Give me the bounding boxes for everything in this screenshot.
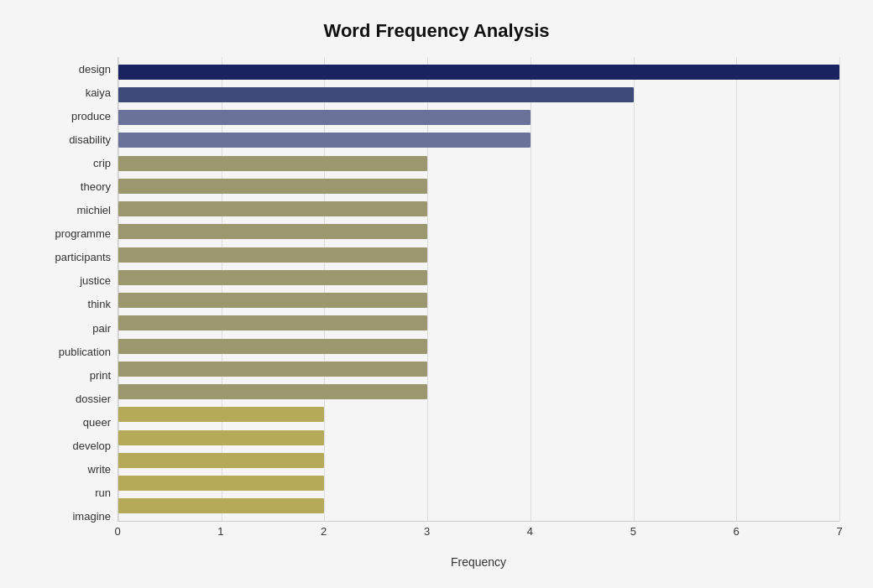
x-tick: 4 (527, 525, 533, 538)
grid-line (839, 57, 840, 521)
y-label: programme (55, 223, 111, 245)
y-labels: designkaiyaproducedisabilitycriptheorymi… (34, 57, 118, 552)
y-label: disability (69, 128, 111, 150)
x-tick: 6 (734, 525, 740, 538)
y-label: michiel (77, 200, 111, 221)
chart-area: designkaiyaproducedisabilitycriptheorymi… (34, 57, 839, 552)
bar-row (118, 337, 839, 356)
x-tick: 2 (321, 525, 327, 538)
bar-row (118, 382, 839, 401)
x-axis-label: Frequency (118, 555, 839, 569)
bar-row (118, 131, 839, 149)
bar (118, 156, 427, 171)
bar (118, 293, 427, 308)
y-label: justice (80, 270, 111, 292)
bar (118, 133, 531, 148)
bar (118, 179, 427, 194)
y-label: think (88, 294, 111, 315)
bar (118, 362, 427, 377)
x-tick: 1 (217, 525, 223, 538)
bar-row (118, 177, 839, 195)
y-label: develop (72, 435, 111, 457)
y-label: kaiya (86, 81, 111, 103)
x-tick: 3 (424, 525, 430, 538)
x-axis: Frequency 01234567 (118, 522, 839, 552)
y-label: dossier (76, 388, 111, 409)
bar (118, 384, 427, 399)
bar (118, 270, 427, 285)
bar-row (118, 497, 839, 515)
x-tick: 5 (630, 525, 636, 538)
bar-row (118, 268, 839, 287)
bar-row (118, 314, 839, 332)
y-label: queer (83, 411, 111, 433)
bar-row (118, 200, 839, 218)
bar (118, 339, 427, 354)
bar (118, 315, 427, 330)
x-tick: 7 (836, 525, 842, 538)
bar (118, 453, 324, 468)
bar (118, 430, 324, 445)
bar-row (118, 474, 839, 492)
bar-row (118, 154, 839, 173)
bar (118, 476, 324, 491)
bar (118, 201, 427, 216)
y-label: run (95, 482, 111, 504)
bar-row (118, 429, 839, 447)
bar (118, 224, 427, 239)
y-label: crip (93, 152, 111, 174)
bars-wrapper (118, 57, 839, 521)
bar-row (118, 360, 839, 378)
bar (118, 110, 531, 125)
bar-row (118, 222, 839, 241)
bar (118, 87, 634, 102)
y-label: pair (92, 317, 111, 339)
bar-row (118, 246, 839, 264)
bar-row (118, 108, 839, 127)
y-label: produce (71, 105, 111, 127)
y-label: print (90, 364, 111, 386)
bar (118, 407, 324, 422)
bar (118, 247, 427, 263)
bar (118, 65, 839, 80)
y-label: publication (59, 341, 111, 362)
chart-container: Word Frequency Analysis designkaiyaprodu… (0, 0, 873, 588)
bar (118, 498, 324, 513)
bar-row (118, 63, 839, 81)
y-label: theory (81, 176, 111, 198)
bar-row (118, 451, 839, 470)
chart-title: Word Frequency Analysis (34, 17, 839, 42)
y-label: imagine (72, 506, 111, 528)
bar-row (118, 405, 839, 424)
y-label: participants (55, 247, 111, 268)
y-label: design (79, 58, 111, 80)
bar-row (118, 291, 839, 310)
plot-area: Frequency 01234567 (118, 57, 839, 552)
y-label: write (88, 459, 111, 481)
bar-row (118, 86, 839, 104)
bars-area (118, 57, 839, 522)
x-tick: 0 (114, 525, 120, 538)
